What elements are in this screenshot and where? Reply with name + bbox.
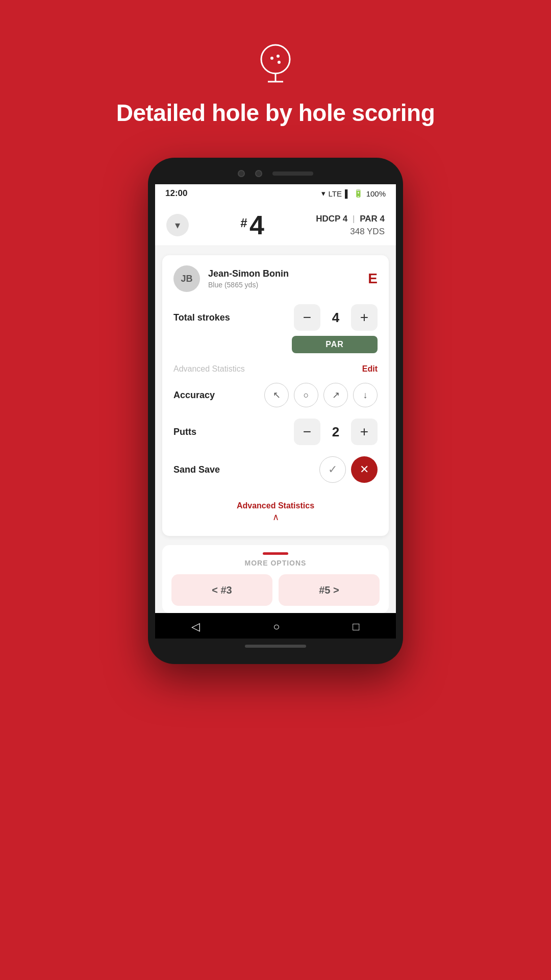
accuracy-down-button[interactable]: ↓ (353, 383, 378, 407)
svg-point-2 (277, 55, 280, 58)
putts-label: Putts (173, 427, 196, 437)
putts-row: Putts − 2 + (173, 419, 378, 445)
strokes-counter: − 4 + (294, 304, 378, 331)
phone-top-hardware (155, 167, 396, 184)
accuracy-center-button[interactable]: ○ (294, 383, 318, 407)
player-tee: Blue (5865 yds) (208, 281, 289, 289)
player-name: Jean-Simon Bonin (208, 268, 289, 279)
phone-shell: 12:00 ▾ LTE ▌ 🔋 100% ▾ # 4 HDCP 4 | PA (148, 158, 403, 664)
next-hole-button[interactable]: #5 > (279, 574, 380, 606)
putts-minus-button[interactable]: − (294, 419, 320, 445)
accuracy-right-button[interactable]: ↗ (323, 383, 348, 407)
hdcp-label: HDCP 4 (316, 214, 347, 224)
putts-plus-button[interactable]: + (351, 419, 378, 445)
player-details: Jean-Simon Bonin Blue (5865 yds) (208, 268, 289, 289)
advanced-stats-label: Advanced Statistics (173, 364, 245, 374)
accuracy-buttons: ↖ ○ ↗ ↓ (264, 383, 378, 407)
chevron-up-icon: ∧ (173, 511, 378, 523)
battery-label: 100% (366, 189, 386, 198)
bottom-notch (245, 645, 306, 648)
camera-right (255, 170, 262, 177)
svg-point-0 (261, 45, 290, 74)
sand-save-buttons: ✓ ✕ (319, 456, 378, 483)
hole-nav-row: < #3 #5 > (171, 574, 380, 606)
battery-icon: 🔋 (354, 189, 363, 198)
chevron-down-icon: ▾ (175, 219, 180, 231)
strokes-value: 4 (320, 310, 351, 326)
more-options-bar: MORE OPTIONS (171, 552, 380, 567)
top-branding: Detailed hole by hole scoring (116, 0, 435, 148)
strokes-label: Total strokes (173, 312, 230, 323)
putts-value: 2 (320, 424, 351, 440)
hole-info: HDCP 4 | PAR 4 348 YDS (316, 212, 385, 238)
signal-icon: ▌ (345, 189, 350, 198)
camera-left (238, 170, 245, 177)
svg-point-3 (278, 61, 281, 64)
avatar: JB (173, 265, 200, 292)
strokes-row: Total strokes − 4 + (173, 304, 378, 331)
status-bar: 12:00 ▾ LTE ▌ 🔋 100% (155, 184, 396, 203)
par-badge: PAR (292, 336, 378, 353)
down-arrow-button[interactable]: ▾ (166, 214, 189, 236)
accuracy-label: Accuracy (173, 390, 215, 401)
sand-save-x-button[interactable]: ✕ (351, 456, 378, 483)
prev-hole-button[interactable]: < #3 (171, 574, 272, 606)
sand-save-check-button[interactable]: ✓ (319, 456, 346, 483)
accuracy-row: Accuracy ↖ ○ ↗ ↓ (173, 383, 378, 407)
hole-number-display: # 4 (240, 212, 264, 238)
phone-bottom-bar (155, 639, 396, 650)
bottom-nav-area: MORE OPTIONS < #3 #5 > (162, 545, 389, 613)
par-label: PAR 4 (360, 214, 385, 224)
svg-point-1 (270, 57, 273, 60)
sand-save-label: Sand Save (173, 464, 220, 475)
android-nav-bar: ◁ ○ □ (155, 613, 396, 639)
advanced-stats-footer-text: Advanced Statistics (237, 501, 314, 510)
tagline: Detailed hole by hole scoring (116, 99, 435, 127)
player-info: JB Jean-Simon Bonin Blue (5865 yds) (173, 265, 289, 292)
recents-nav-icon[interactable]: □ (353, 620, 359, 633)
strokes-plus-button[interactable]: + (351, 304, 378, 331)
wifi-icon: ▾ (321, 189, 325, 198)
putts-counter: − 2 + (294, 419, 378, 445)
advanced-stats-header: Advanced Statistics Edit (173, 362, 378, 374)
accuracy-left-button[interactable]: ↖ (264, 383, 289, 407)
back-nav-icon[interactable]: ◁ (191, 620, 200, 633)
edit-button[interactable]: Edit (362, 364, 378, 374)
network-label: LTE (329, 189, 342, 198)
golf-icon (253, 41, 298, 87)
player-card: JB Jean-Simon Bonin Blue (5865 yds) E To… (162, 255, 389, 536)
speaker (272, 172, 313, 176)
player-row: JB Jean-Simon Bonin Blue (5865 yds) E (173, 265, 378, 292)
advanced-stats-footer[interactable]: Advanced Statistics ∧ (173, 494, 378, 526)
home-nav-icon[interactable]: ○ (273, 620, 280, 633)
hole-hash: # (240, 216, 247, 230)
status-icons: ▾ LTE ▌ 🔋 100% (321, 189, 386, 198)
more-options-text: MORE OPTIONS (245, 559, 307, 567)
hole-number: 4 (249, 210, 264, 240)
screen: ▾ # 4 HDCP 4 | PAR 4 348 YDS JB (155, 203, 396, 613)
score-display: E (368, 271, 378, 287)
status-time: 12:00 (165, 188, 187, 199)
strokes-minus-button[interactable]: − (294, 304, 320, 331)
yds-line: 348 YDS (316, 225, 385, 238)
hole-header: ▾ # 4 HDCP 4 | PAR 4 348 YDS (155, 203, 396, 246)
more-options-line (263, 552, 288, 555)
sand-save-row: Sand Save ✓ ✕ (173, 456, 378, 483)
hdcp-par-line: HDCP 4 | PAR 4 (316, 212, 385, 226)
